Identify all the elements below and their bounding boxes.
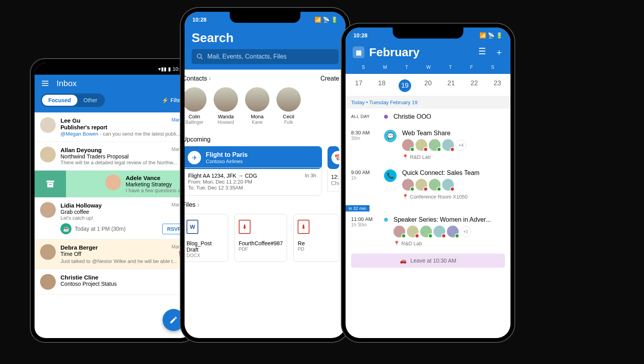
contact-item[interactable]: Wanda Howard (214, 87, 238, 125)
svg-point-3 (197, 54, 201, 58)
allday-row[interactable]: ALL DAY Christie OOO (346, 108, 510, 125)
avatar (245, 87, 269, 112)
contact-item[interactable]: Cecil Folk (276, 87, 301, 125)
inbox-title: Inbox (57, 79, 77, 88)
email-sender: Christie Cline (60, 274, 186, 281)
weekday-label: S (362, 64, 365, 70)
event-title: Christie OOO (393, 113, 505, 120)
flight-to: To: Tue, Dec 12 3:35AM (188, 185, 257, 191)
wifi-icon: ▾▮▮ (158, 66, 166, 72)
avatar (40, 274, 56, 290)
contact-item[interactable]: Colin Ballinger (185, 87, 207, 125)
file-card[interactable]: ⬇ FourthCoffee#987 PDF (234, 214, 287, 262)
file-name: Blog_Post Draft (187, 240, 224, 253)
card-subtitle: Contoso Airlines (206, 158, 248, 164)
event-title: Web Team Share (402, 130, 505, 137)
email-sender: Debra Berger (60, 244, 98, 251)
archive-action[interactable] (35, 171, 66, 197)
attendee-avatar (415, 139, 427, 151)
attendee-avatar (393, 226, 405, 237)
leave-time-bar[interactable]: 🚗 Leave at 10:30 AM (351, 254, 505, 268)
event-title: Speaker Series: Women in Adver... (393, 216, 505, 223)
event-icon: ☕ (60, 223, 71, 234)
weekday-label: S (491, 64, 494, 70)
date-cell[interactable]: 17 (352, 79, 365, 92)
upcoming-card-partial[interactable]: 📅 12: Che (327, 146, 339, 196)
date-cell[interactable]: 21 (445, 79, 457, 92)
plane-icon: ✈ (188, 151, 201, 164)
weekday-label: T (405, 64, 408, 70)
email-subject: Publisher's report (60, 124, 107, 131)
event-time: 11:00 AM (351, 216, 379, 222)
contact-name: Colin (185, 114, 207, 119)
email-subject: Marketing Strategy (126, 181, 187, 188)
attendee-avatar (442, 179, 454, 191)
event-duration: 1h (351, 175, 379, 181)
calendar-event[interactable]: 8:30 AM 30m 💬 Web Team Share +4 📍R&D Lab (346, 125, 510, 165)
email-preview: Just talked to @Nestor Wilke and he will… (60, 258, 186, 264)
status-time: 10:28 (353, 32, 368, 39)
date-cell[interactable]: 19 (399, 79, 411, 92)
flight-details-card[interactable]: Flight AA 1234, JFK → CDG From: Mon, Dec… (185, 167, 322, 196)
event-duration: 1h 30m (351, 222, 379, 228)
file-name: Re (298, 240, 335, 246)
file-card[interactable]: ⬇ Re PD (293, 214, 339, 262)
date-cell[interactable]: 23 (491, 79, 503, 92)
search-input[interactable]: Mail, Events, Contacts, Files (192, 49, 338, 64)
create-button[interactable]: Create (320, 75, 339, 82)
iphone-notch (393, 28, 463, 39)
email-subject: Contoso Project Status (60, 281, 186, 287)
email-item-swiped[interactable]: Adele Vance Marketing Strategy I have a … (35, 171, 192, 197)
file-card[interactable]: W Blog_Post Draft DOCX (185, 214, 228, 262)
inbox-tabs: Focused Other (41, 94, 105, 107)
agenda-view-icon[interactable]: ☰ (478, 46, 486, 58)
date-cell[interactable]: 20 (422, 79, 434, 92)
event-title: Quick Connect: Sales Team (402, 169, 505, 176)
weekday-label: M (383, 64, 387, 70)
attendee-avatar (420, 226, 432, 237)
upcoming-flight-card[interactable]: ✈ Flight to Paris Contoso Airlines (185, 146, 322, 169)
chevron-right-icon: › (197, 201, 199, 208)
contact-name: Wanda (214, 114, 238, 119)
files-header[interactable]: Files (185, 201, 196, 208)
card2-partial-bot: Che (331, 180, 336, 186)
email-item[interactable]: Lidia Holloway Mar 23 Grab coffee Let's … (35, 197, 192, 239)
event-location: 📍R&D Lab (402, 154, 505, 160)
filter-icon: ⚡ (162, 97, 168, 103)
date-cell[interactable]: 22 (468, 79, 481, 92)
hamburger-icon[interactable] (41, 79, 49, 88)
month-title: February (369, 46, 419, 59)
calendar-event[interactable]: 11:00 AM 1h 30m Speaker Series: Women in… (346, 211, 510, 251)
car-icon: 🚗 (400, 257, 406, 264)
file-type: DOCX (187, 253, 224, 258)
search-icon (196, 53, 203, 60)
attendee-list: +4 (402, 139, 505, 151)
email-subject: Northwind Traders Proposal (60, 153, 186, 160)
tab-focused[interactable]: Focused (42, 95, 77, 106)
avatar (40, 244, 56, 260)
add-event-icon[interactable]: ＋ (495, 46, 503, 58)
email-sender: Lee Gu (60, 117, 80, 124)
avatar (276, 87, 301, 112)
status-icons: 📶 📡 🔋 (315, 17, 338, 23)
contacts-header[interactable]: Contacts (185, 75, 207, 82)
contact-item[interactable]: Mona Kane (245, 87, 269, 125)
tab-other[interactable]: Other (77, 95, 104, 106)
email-item[interactable]: Christie Cline Contoso Project Status (35, 269, 192, 295)
event-type-icon: 💬 (384, 130, 397, 142)
search-title: Search (192, 31, 338, 45)
date-cell[interactable]: 18 (375, 79, 388, 92)
allday-label: ALL DAY (351, 114, 370, 119)
upcoming-header[interactable]: Upcoming (185, 136, 210, 143)
email-item[interactable]: Allan Deyoung Mar 23 Northwind Traders P… (35, 142, 192, 171)
file-type: PDF (239, 246, 283, 252)
svg-rect-0 (46, 180, 54, 182)
attendee-avatar (429, 139, 441, 151)
email-item[interactable]: Debra Berger Mar 23 Time Off 🚩 Just talk… (35, 239, 192, 269)
calendar-today-icon[interactable]: ▦ (353, 46, 364, 58)
email-preview: I have a few questions a... (126, 188, 187, 193)
attendee-avatar (434, 226, 445, 237)
calendar-event[interactable]: 9:00 AM 1h 📞 Quick Connect: Sales Team 📍… (346, 165, 510, 204)
attendee-avatar (442, 139, 454, 151)
email-item[interactable]: Lee Gu Mar 23 Publisher's report @ @Mega… (35, 112, 192, 142)
